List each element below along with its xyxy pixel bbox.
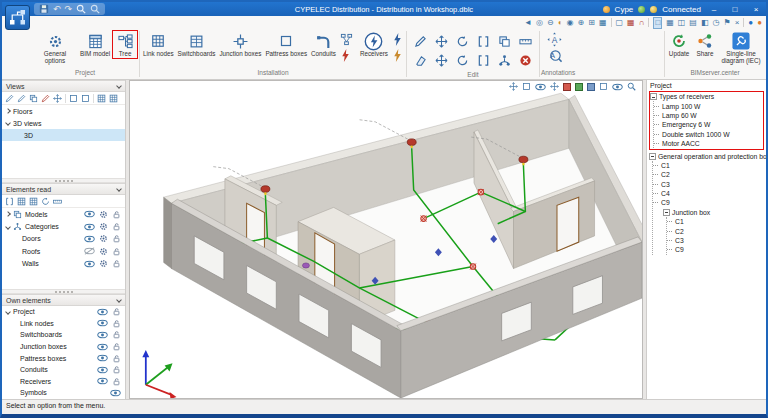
- new-view-icon[interactable]: [5, 94, 14, 103]
- reorder-view-icon[interactable]: [53, 94, 62, 103]
- zoom-icon[interactable]: [76, 4, 86, 14]
- scene-eye-icon[interactable]: [612, 83, 623, 91]
- views-panel-header[interactable]: Views: [2, 80, 125, 92]
- redraw-icon[interactable]: ◐: [558, 18, 563, 28]
- views-tree-item-3d-views[interactable]: 3D views: [2, 117, 125, 129]
- tree-leaf-lamp-60[interactable]: Lamp 60 W: [654, 111, 762, 120]
- edit-view-icon[interactable]: [17, 94, 26, 103]
- view-grid2-icon[interactable]: [109, 94, 118, 103]
- pan-icon[interactable]: [550, 82, 559, 91]
- receiver-group-icon[interactable]: [392, 33, 403, 46]
- chevron-down-icon[interactable]: [5, 120, 11, 126]
- zoom-out-icon[interactable]: ⊖: [547, 18, 554, 28]
- lock-icon[interactable]: [112, 247, 121, 256]
- 3d-viewport[interactable]: [129, 80, 643, 399]
- delete-view-icon[interactable]: [41, 94, 50, 103]
- conduit-bolt-icon[interactable]: [340, 49, 351, 62]
- globe-icon[interactable]: ●: [748, 18, 753, 28]
- app-icon[interactable]: [5, 5, 30, 30]
- stretch-icon[interactable]: [477, 35, 490, 48]
- chevron-down-icon[interactable]: [5, 309, 11, 315]
- visibility-eye-icon[interactable]: [97, 331, 108, 339]
- visibility-eye-icon[interactable]: [84, 235, 95, 243]
- visibility-eye-icon[interactable]: [84, 223, 95, 231]
- pattress-boxes-button[interactable]: Pattress boxes: [263, 30, 309, 59]
- chevron-right-icon[interactable]: [5, 108, 11, 114]
- trim-icon[interactable]: [477, 54, 490, 67]
- settings-gear-icon[interactable]: [99, 222, 108, 231]
- undo-icon[interactable]: ↶: [53, 5, 61, 14]
- own-elements-row-project[interactable]: Project: [2, 306, 125, 318]
- scale-icon[interactable]: [435, 54, 448, 67]
- visibility-eye-icon[interactable]: [97, 377, 108, 385]
- maximize-button[interactable]: □: [727, 5, 743, 14]
- single-line-diagram-button[interactable]: Single-line diagram (IEC): [718, 30, 764, 66]
- lock-icon[interactable]: [112, 319, 121, 328]
- bim-model-button[interactable]: BIM model: [78, 30, 112, 59]
- red-clip-icon[interactable]: [563, 83, 571, 91]
- tree-leaf-jb-c3[interactable]: C3: [667, 236, 764, 245]
- window-1-icon[interactable]: ▢: [616, 18, 624, 28]
- lock-icon[interactable]: [112, 210, 121, 219]
- switchboards-button[interactable]: Switchboards: [176, 30, 218, 59]
- edit-pencil-icon[interactable]: [414, 35, 427, 48]
- visibility-eye-icon[interactable]: [535, 83, 546, 91]
- tree-leaf-c4[interactable]: C4: [653, 189, 764, 198]
- mirror-icon[interactable]: [456, 54, 469, 67]
- lock-icon[interactable]: [112, 330, 121, 339]
- collapse-chevron-icon[interactable]: [116, 83, 122, 89]
- receiver-search-icon[interactable]: [392, 49, 403, 62]
- cube-view-icon[interactable]: [522, 82, 531, 91]
- tree-leaf-double-switch[interactable]: Double switch 1000 W: [654, 130, 762, 139]
- visibility-eye-icon[interactable]: [97, 319, 108, 327]
- scene-box-icon[interactable]: [599, 82, 608, 91]
- tree-leaf-c3[interactable]: C3: [653, 180, 764, 189]
- view-box2-icon[interactable]: [81, 94, 90, 103]
- tree-node-junction-box[interactable]: Junction box: [663, 208, 764, 217]
- collapse-chevron-icon[interactable]: [116, 297, 122, 303]
- refresh-icon[interactable]: [41, 197, 50, 206]
- elements-read-row-models[interactable]: Models: [2, 208, 125, 220]
- general-options-button[interactable]: General options: [32, 30, 78, 66]
- select-arrow-icon[interactable]: ◄: [524, 18, 532, 28]
- opacity-icon[interactable]: [53, 197, 62, 206]
- own-elements-header[interactable]: Own elements: [2, 294, 125, 306]
- tree-leaf-c9[interactable]: C9: [653, 198, 764, 207]
- copy-icon[interactable]: [498, 35, 511, 48]
- visibility-eye-icon[interactable]: [110, 389, 121, 397]
- move-annotation-icon[interactable]: [547, 32, 562, 47]
- elements-read-row-walls[interactable]: Walls: [2, 258, 125, 270]
- own-elements-row-link-nodes[interactable]: Link nodes: [2, 318, 125, 330]
- settings-gear-icon[interactable]: [99, 210, 108, 219]
- view-grid-icon[interactable]: [97, 94, 106, 103]
- settings-gear-icon[interactable]: [99, 247, 108, 256]
- fit-view-icon[interactable]: ⊞: [588, 18, 595, 28]
- conduit-network-icon[interactable]: [340, 33, 353, 46]
- magnifier-icon[interactable]: [627, 82, 636, 91]
- layers-icon[interactable]: [17, 197, 26, 206]
- close-button[interactable]: ×: [748, 5, 764, 14]
- collapse-box-icon[interactable]: [649, 153, 656, 160]
- ruler-icon[interactable]: ◧: [701, 18, 709, 28]
- monitor-icon[interactable]: ▦: [599, 18, 607, 28]
- zoom-window-icon[interactable]: ◎: [536, 18, 543, 28]
- redo-icon[interactable]: ↷: [65, 5, 73, 14]
- tree-leaf-motor[interactable]: Motor AACC: [654, 139, 762, 148]
- tree-leaf-lamp-100[interactable]: Lamp 100 W: [654, 101, 762, 110]
- elements-read-row-roofs[interactable]: Roofs: [2, 245, 125, 257]
- blue-clip-icon[interactable]: [587, 83, 595, 91]
- chevron-down-icon[interactable]: [5, 224, 11, 230]
- elements-read-row-categories[interactable]: Categories: [2, 220, 125, 232]
- layout-icon[interactable]: □: [653, 17, 662, 29]
- collapse-box-icon[interactable]: [650, 93, 657, 100]
- chevron-right-icon[interactable]: [5, 211, 11, 217]
- duplicate-view-icon[interactable]: [29, 94, 38, 103]
- pan-zoom-icon[interactable]: [90, 4, 100, 14]
- lock-icon[interactable]: [112, 259, 121, 268]
- clock-icon[interactable]: ◷: [712, 18, 719, 28]
- views-tree-item-floors[interactable]: Floors: [2, 105, 125, 117]
- walkthrough-icon[interactable]: [509, 82, 518, 91]
- tree-leaf-emergency[interactable]: Emergency 6 W: [654, 120, 762, 129]
- view-box-icon[interactable]: [69, 94, 78, 103]
- print-icon[interactable]: ▤: [689, 18, 697, 28]
